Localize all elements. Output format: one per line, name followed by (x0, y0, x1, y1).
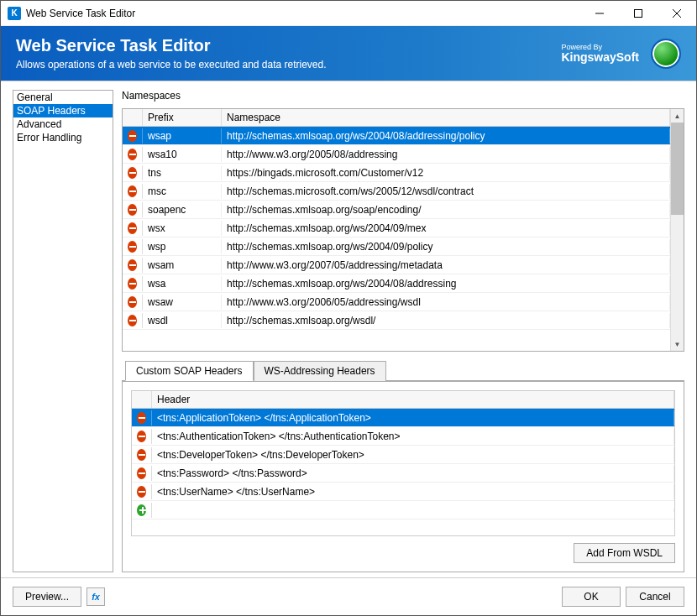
header-title: Web Service Task Editor (16, 36, 561, 55)
remove-icon[interactable] (137, 449, 146, 461)
remove-icon[interactable] (128, 222, 137, 234)
namespace-cell[interactable]: http://www.w3.org/2007/05/addressing/met… (222, 258, 670, 273)
add-from-wsdl-button[interactable]: Add From WSDL (574, 543, 675, 563)
table-row[interactable]: wsawhttp://www.w3.org/2006/05/addressing… (123, 293, 670, 311)
prefix-cell[interactable]: tns (143, 165, 222, 180)
remove-icon[interactable] (128, 185, 137, 197)
scroll-up-arrow[interactable]: ▲ (671, 109, 684, 123)
namespaces-label: Namespaces (122, 90, 684, 102)
headers-table: Header <tns:ApplicationToken> </tns:Appl… (131, 390, 675, 536)
prefix-cell[interactable]: wsp (143, 239, 222, 254)
scroll-down-arrow[interactable]: ▼ (671, 337, 684, 351)
sidebar-item-soap-headers[interactable]: SOAP Headers (13, 104, 113, 117)
remove-icon[interactable] (137, 412, 146, 424)
minimize-button[interactable] (580, 1, 619, 25)
namespace-cell[interactable]: http://schemas.xmlsoap.org/ws/2004/09/me… (222, 221, 670, 236)
remove-icon[interactable] (128, 296, 137, 308)
prefix-cell[interactable]: wsaw (143, 295, 222, 310)
sidebar-item-general[interactable]: General (13, 91, 113, 104)
namespace-cell[interactable]: http://schemas.xmlsoap.org/ws/2004/09/po… (222, 239, 670, 254)
namespaces-scrollbar[interactable]: ▲ ▼ (670, 109, 684, 351)
add-icon[interactable] (137, 504, 146, 516)
table-row[interactable]: wsamhttp://www.w3.org/2007/05/addressing… (123, 256, 670, 274)
header-cell[interactable]: <tns:Password> </tns:Password> (152, 466, 674, 481)
brand-logo: Powered By KingswaySoft (561, 44, 639, 63)
table-row[interactable]: <tns:UserName> </tns:UserName> (132, 483, 674, 501)
header-cell[interactable]: <tns:AuthenticationToken> </tns:Authenti… (152, 429, 674, 444)
maximize-button[interactable] (619, 1, 658, 25)
header-cell[interactable] (152, 509, 674, 512)
table-row[interactable]: <tns:AuthenticationToken> </tns:Authenti… (132, 427, 674, 446)
app-icon: K (8, 7, 21, 20)
tabs-panel: Header <tns:ApplicationToken> </tns:Appl… (122, 380, 684, 572)
header-banner: Web Service Task Editor Allows operation… (1, 26, 696, 81)
header-subtitle: Allows operations of a web service to be… (16, 59, 561, 70)
namespace-cell[interactable]: http://schemas.xmlsoap.org/ws/2004/08/ad… (222, 276, 670, 291)
table-row[interactable]: wsahttp://schemas.xmlsoap.org/ws/2004/08… (123, 274, 670, 293)
remove-icon[interactable] (128, 149, 137, 160)
sidebar-item-advanced[interactable]: Advanced (13, 117, 113, 131)
remove-icon[interactable] (128, 167, 137, 179)
table-row[interactable]: wsaphttp://schemas.xmlsoap.org/ws/2004/0… (123, 127, 670, 145)
headers-body[interactable]: <tns:ApplicationToken> </tns:Application… (132, 409, 674, 535)
namespace-cell[interactable]: http://schemas.xmlsoap.org/ws/2004/08/ad… (222, 128, 670, 144)
namespace-cell[interactable]: http://schemas.xmlsoap.org/soap/encoding… (222, 202, 670, 217)
scroll-thumb[interactable] (671, 123, 684, 215)
prefix-cell[interactable]: soapenc (143, 202, 222, 217)
globe-icon (651, 39, 681, 69)
col-icon (123, 109, 143, 126)
table-row[interactable]: wsxhttp://schemas.xmlsoap.org/ws/2004/09… (123, 219, 670, 238)
col-icon (132, 391, 152, 408)
table-row[interactable]: <tns:DeveloperToken> </tns:DeveloperToke… (132, 446, 674, 464)
namespaces-body[interactable]: wsaphttp://schemas.xmlsoap.org/ws/2004/0… (123, 127, 670, 351)
prefix-cell[interactable]: wsap (143, 128, 222, 144)
namespace-cell[interactable]: http://schemas.xmlsoap.org/wsdl/ (222, 313, 670, 328)
footer: Preview... fx OK Cancel (1, 577, 696, 615)
tab-custom-soap-headers[interactable]: Custom SOAP Headers (125, 361, 254, 381)
add-row[interactable] (132, 501, 674, 519)
sidebar-item-error-handling[interactable]: Error Handling (13, 131, 113, 144)
header-cell[interactable]: <tns:DeveloperToken> </tns:DeveloperToke… (152, 447, 674, 462)
cancel-button[interactable]: Cancel (626, 587, 684, 607)
col-header[interactable]: Header (152, 391, 674, 408)
remove-icon[interactable] (128, 204, 137, 216)
col-namespace[interactable]: Namespace (222, 109, 670, 126)
namespace-cell[interactable]: http://www.w3.org/2005/08/addressing (222, 147, 670, 162)
ok-button[interactable]: OK (562, 587, 621, 607)
table-row[interactable]: mschttp://schemas.microsoft.com/ws/2005/… (123, 182, 670, 201)
prefix-cell[interactable]: wsa (143, 276, 222, 291)
remove-icon[interactable] (128, 130, 137, 142)
prefix-cell[interactable]: msc (143, 184, 222, 199)
close-button[interactable] (658, 1, 696, 25)
table-row[interactable]: wsdlhttp://schemas.xmlsoap.org/wsdl/ (123, 311, 670, 330)
namespace-cell[interactable]: http://schemas.microsoft.com/ws/2005/12/… (222, 184, 670, 199)
remove-icon[interactable] (128, 259, 137, 271)
preview-button[interactable]: Preview... (13, 587, 81, 607)
col-prefix[interactable]: Prefix (143, 109, 222, 126)
prefix-cell[interactable]: wsam (143, 258, 222, 273)
table-row[interactable]: wsa10http://www.w3.org/2005/08/addressin… (123, 145, 670, 164)
namespace-cell[interactable]: https://bingads.microsoft.com/Customer/v… (222, 165, 670, 180)
remove-icon[interactable] (137, 467, 146, 479)
header-cell[interactable]: <tns:UserName> </tns:UserName> (152, 484, 674, 499)
remove-icon[interactable] (137, 431, 146, 442)
table-row[interactable]: <tns:Password> </tns:Password> (132, 464, 674, 483)
table-row[interactable]: soapenchttp://schemas.xmlsoap.org/soap/e… (123, 201, 670, 219)
prefix-cell[interactable]: wsa10 (143, 147, 222, 162)
expression-button[interactable]: fx (86, 587, 105, 606)
tab-ws-addressing-headers[interactable]: WS-Addressing Headers (254, 361, 386, 381)
table-row[interactable]: <tns:ApplicationToken> </tns:Application… (132, 409, 674, 427)
title-bar: K Web Service Task Editor (1, 1, 696, 26)
sidebar: GeneralSOAP HeadersAdvancedError Handlin… (13, 90, 113, 572)
prefix-cell[interactable]: wsdl (143, 313, 222, 328)
prefix-cell[interactable]: wsx (143, 221, 222, 236)
namespace-cell[interactable]: http://www.w3.org/2006/05/addressing/wsd… (222, 295, 670, 310)
remove-icon[interactable] (137, 486, 146, 498)
namespaces-table: Prefix Namespace wsaphttp://schemas.xmls… (122, 108, 684, 352)
table-row[interactable]: wsphttp://schemas.xmlsoap.org/ws/2004/09… (123, 238, 670, 256)
remove-icon[interactable] (128, 315, 137, 326)
remove-icon[interactable] (128, 278, 137, 290)
table-row[interactable]: tnshttps://bingads.microsoft.com/Custome… (123, 164, 670, 182)
remove-icon[interactable] (128, 241, 137, 253)
header-cell[interactable]: <tns:ApplicationToken> </tns:Application… (152, 410, 674, 425)
